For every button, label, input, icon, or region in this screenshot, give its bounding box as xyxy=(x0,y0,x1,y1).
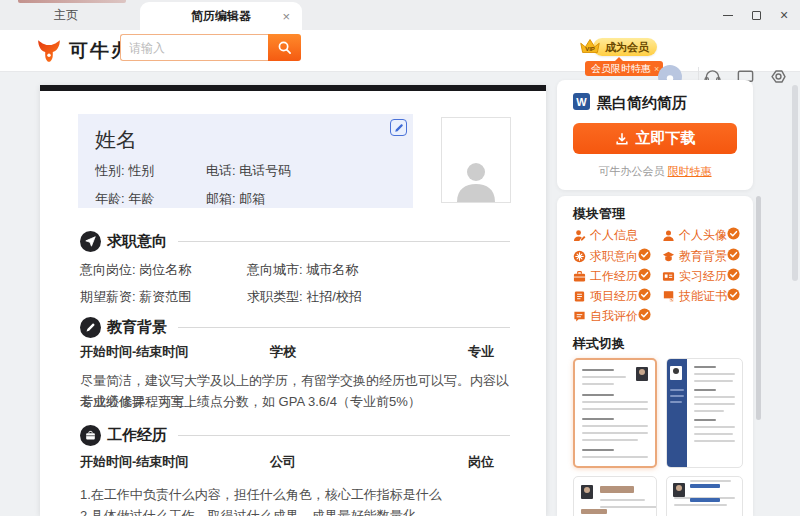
field-intent-city[interactable]: 意向城市: 城市名称 xyxy=(247,261,358,279)
close-button[interactable]: × xyxy=(776,7,792,23)
field-email[interactable]: 邮箱: 邮箱 xyxy=(206,190,265,208)
work-tip-line2[interactable]: 2.具体做过什么工作，取得过什么成果，成果最好能数量化 xyxy=(80,505,510,516)
thumb-photo xyxy=(581,485,593,499)
certificate-icon xyxy=(662,290,675,303)
work-col-time: 开始时间-结束时间 xyxy=(80,453,188,471)
edu-col-time: 开始时间-结束时间 xyxy=(80,343,188,361)
check-icon xyxy=(638,308,651,321)
field-job-type[interactable]: 求职类型: 社招/校招 xyxy=(247,288,362,306)
resume-name[interactable]: 姓名 xyxy=(95,126,137,154)
edit-pencil-icon xyxy=(394,123,404,133)
minimize-button[interactable] xyxy=(720,7,736,23)
member-promo-link[interactable]: 限时特惠 xyxy=(668,165,712,177)
module-label: 求职意向 xyxy=(590,248,638,265)
module-label: 技能证书 xyxy=(679,288,727,305)
svg-text:VIP: VIP xyxy=(585,46,595,52)
module-label: 个人信息 xyxy=(590,227,638,244)
search-input[interactable] xyxy=(120,34,268,61)
check-icon xyxy=(638,268,651,281)
module-label: 工作经历 xyxy=(590,268,638,285)
vip-crown-icon: VIP xyxy=(578,34,602,58)
section-divider xyxy=(178,241,510,242)
module-certificates[interactable]: 技能证书 xyxy=(662,288,727,305)
thumb-blue-sidebar xyxy=(667,359,687,467)
tab-home[interactable]: 主页 xyxy=(30,0,102,30)
field-expected-salary[interactable]: 期望薪资: 薪资范围 xyxy=(80,288,191,306)
gear-icon xyxy=(769,68,788,87)
photo-placeholder[interactable] xyxy=(441,117,511,203)
section-job-intention-header[interactable]: 求职意向 xyxy=(80,230,167,252)
tab-resume-editor[interactable]: 简历编辑器 × xyxy=(140,2,302,30)
minimize-icon xyxy=(723,15,733,16)
module-internship[interactable]: 实习经历 xyxy=(662,268,727,285)
module-personal-info[interactable]: 个人信息 xyxy=(573,227,638,244)
section-education-header[interactable]: 教育背景 xyxy=(80,316,167,338)
keniu-bull-icon xyxy=(36,39,62,63)
resume-canvas[interactable]: 姓名 性别: 性别 电话: 电话号码 年龄: 年龄 邮箱: 邮箱 求职意向 xyxy=(40,85,546,516)
user-icon xyxy=(662,229,675,242)
module-avatar[interactable]: 个人头像 xyxy=(662,227,727,244)
field-intent-position[interactable]: 意向岗位: 岗位名称 xyxy=(80,261,191,279)
briefcase-icon xyxy=(80,425,101,446)
field-gender[interactable]: 性别: 性别 xyxy=(95,162,154,180)
field-age[interactable]: 年龄: 年龄 xyxy=(95,190,154,208)
tab-bar: 主页 简历编辑器 × × xyxy=(0,0,800,30)
work-col-company: 公司 xyxy=(270,453,296,471)
search-icon xyxy=(277,40,292,55)
thumb-photo xyxy=(636,367,648,381)
personal-info-block[interactable]: 姓名 性别: 性别 电话: 电话号码 年龄: 年龄 邮箱: 邮箱 xyxy=(78,114,413,208)
paper-plane-icon xyxy=(80,231,101,252)
styles-title: 样式切换 xyxy=(573,335,625,353)
settings-button[interactable] xyxy=(768,67,788,87)
field-phone[interactable]: 电话: 电话号码 xyxy=(206,162,291,180)
edu-col-major: 专业 xyxy=(468,343,494,361)
download-button[interactable]: 立即下载 xyxy=(573,123,737,154)
module-job-intention[interactable]: 求职意向 xyxy=(573,248,638,265)
tab-close-icon[interactable]: × xyxy=(282,10,290,23)
template-thumbnail-3[interactable] xyxy=(573,476,657,516)
document-title: 黑白简约简历 xyxy=(597,94,687,113)
module-self-evaluation[interactable]: 自我评价 xyxy=(573,308,638,325)
work-tip-line1[interactable]: 1.在工作中负责什么内容，担任什么角色，核心工作指标是什么 xyxy=(80,484,510,505)
check-icon xyxy=(727,227,740,240)
template-thumbnail-1[interactable] xyxy=(573,358,657,468)
module-label: 项目经历 xyxy=(590,288,638,305)
search-button[interactable] xyxy=(268,34,301,61)
close-icon: × xyxy=(780,8,788,22)
module-work-experience[interactable]: 工作经历 xyxy=(573,268,638,285)
template-thumbnail-4[interactable] xyxy=(666,476,743,516)
section-work-header[interactable]: 工作经历 xyxy=(80,424,167,446)
section-job-intention-title: 求职意向 xyxy=(107,232,167,251)
maximize-button[interactable] xyxy=(748,7,764,23)
module-projects[interactable]: 项目经历 xyxy=(573,288,638,305)
thumb-photo xyxy=(670,366,682,380)
graduation-icon xyxy=(662,250,675,263)
main-toolbar: 可牛办公 成为会员 VIP 会员限时特惠 × xyxy=(0,30,800,72)
target-icon xyxy=(573,250,586,263)
become-member-button[interactable]: 成为会员 xyxy=(593,38,657,56)
modules-card: 模块管理 个人信息 个人头像 求职意向 教育背景 工作经历 xyxy=(557,196,753,516)
member-promo-label: 会员限时特惠 xyxy=(591,62,651,76)
member-promo-badge[interactable]: 会员限时特惠 × xyxy=(585,61,663,76)
photo-person-icon xyxy=(453,160,499,202)
download-icon xyxy=(615,132,629,146)
check-icon xyxy=(727,288,740,301)
window-scrollbar[interactable] xyxy=(792,85,798,281)
app-window: 主页 简历编辑器 × × 可牛办公 xyxy=(0,0,800,516)
module-label: 个人头像 xyxy=(679,227,727,244)
edu-col-school: 学校 xyxy=(270,343,296,361)
pen-icon xyxy=(80,317,101,338)
check-icon xyxy=(727,248,740,261)
check-icon xyxy=(638,288,651,301)
template-thumbnail-2[interactable] xyxy=(666,358,743,468)
education-tip-line2[interactable]: 若成绩优异，可写上绩点分数，如 GPA 3.6/4（专业前5%） xyxy=(80,391,510,412)
module-label: 实习经历 xyxy=(679,268,727,285)
panel-scrollbar[interactable] xyxy=(756,196,761,420)
modules-title: 模块管理 xyxy=(573,205,625,223)
edit-personal-info-button[interactable] xyxy=(390,119,407,136)
download-label: 立即下载 xyxy=(636,129,696,148)
user-edit-icon xyxy=(573,229,586,242)
module-education[interactable]: 教育背景 xyxy=(662,248,727,265)
check-icon xyxy=(727,268,740,281)
download-card: W 黑白简约简历 立即下载 可牛办公会员 限时特惠 xyxy=(557,80,753,190)
